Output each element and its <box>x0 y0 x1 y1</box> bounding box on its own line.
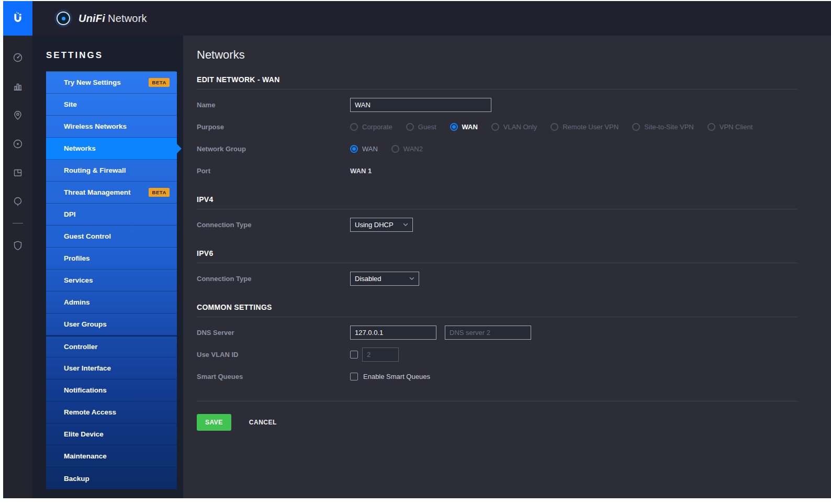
sidebar-item-label: User Groups <box>64 320 107 328</box>
purpose-radio-group: Corporate Guest WAN VLAN Only <box>350 123 753 131</box>
device-led-dot <box>62 17 65 20</box>
port-row: Port WAN 1 <box>197 160 798 182</box>
map-pin-icon <box>12 109 24 121</box>
devices-icon <box>12 138 24 150</box>
sidebar-item-services[interactable]: Services <box>46 270 177 292</box>
ubiquiti-logo-button[interactable] <box>3 1 32 36</box>
shield-icon <box>12 240 24 251</box>
sidebar-item-try-new-settings[interactable]: Try New Settings BETA <box>46 72 177 94</box>
nav-clients[interactable] <box>3 158 32 187</box>
field-label: Connection Type <box>197 221 350 229</box>
radio-wan[interactable]: WAN <box>450 123 478 131</box>
purpose-row: Purpose Corporate Guest WAN <box>197 116 798 138</box>
radio-remote-user-vpn[interactable]: Remote User VPN <box>551 123 619 131</box>
settings-heading: SETTINGS <box>46 36 176 72</box>
nav-security[interactable] <box>3 231 32 260</box>
sidebar-item-threat-management[interactable]: Threat Management BETA <box>46 182 177 204</box>
vlan-id-row: Use VLAN ID <box>197 343 798 365</box>
common-settings-section-title: COMMON SETTINGS <box>197 303 798 317</box>
radio-site-to-site-vpn[interactable]: Site-to-Site VPN <box>632 123 694 131</box>
sidebar-item-routing-firewall[interactable]: Routing & Firewall <box>46 160 177 182</box>
vlan-id-input[interactable] <box>362 348 399 362</box>
nav-devices[interactable] <box>3 129 32 158</box>
sidebar-item-elite-device[interactable]: Elite Device <box>46 423 177 445</box>
field-label: Connection Type <box>197 275 350 283</box>
radio-vpn-client[interactable]: VPN Client <box>708 123 753 131</box>
nav-map[interactable] <box>3 100 32 129</box>
radio-icon <box>406 123 414 131</box>
ipv4-section-title: IPV4 <box>197 195 798 209</box>
sidebar-item-admins[interactable]: Admins <box>46 292 177 313</box>
chevron-down-icon <box>409 277 414 281</box>
sidebar-item-label: Networks <box>64 144 96 152</box>
radio-guest[interactable]: Guest <box>406 123 436 131</box>
nav-insights[interactable] <box>3 187 32 216</box>
vlan-checkbox[interactable] <box>350 351 358 359</box>
unifi-device-icon <box>57 12 70 25</box>
port-value: WAN 1 <box>350 167 372 175</box>
sidebar-item-maintenance[interactable]: Maintenance <box>46 445 177 467</box>
sidebar-item-site[interactable]: Site <box>46 94 177 116</box>
form-actions: SAVE CANCEL <box>197 414 798 431</box>
smart-queues-checkbox[interactable] <box>350 373 358 380</box>
sidebar-item-notifications[interactable]: Notifications <box>46 379 177 401</box>
network-group-radio-group: WAN WAN2 <box>350 145 423 153</box>
nav-dashboard[interactable] <box>3 43 32 72</box>
network-name-input[interactable] <box>350 98 491 112</box>
cancel-button[interactable]: CANCEL <box>246 418 280 427</box>
radio-icon <box>708 123 715 131</box>
ipv6-connection-type-select[interactable]: Disabled <box>350 272 419 286</box>
sidebar-item-profiles[interactable]: Profiles <box>46 248 177 270</box>
select-value: Disabled <box>355 275 381 283</box>
sidebar-item-label: Notifications <box>64 386 107 394</box>
radio-vlan-only[interactable]: VLAN Only <box>491 123 537 131</box>
network-group-row: Network Group WAN WAN2 <box>197 138 798 160</box>
bar-chart-icon <box>12 81 24 92</box>
chevron-down-icon <box>403 223 408 227</box>
nav-statistics[interactable] <box>3 72 32 100</box>
dns-server-2-input[interactable] <box>445 326 531 340</box>
smart-queues-row: Smart Queues Enable Smart Queues <box>197 365 798 387</box>
radio-label: Guest <box>418 123 436 131</box>
radio-corporate[interactable]: Corporate <box>350 123 392 131</box>
sidebar-item-user-groups[interactable]: User Groups <box>46 313 177 335</box>
save-button[interactable]: SAVE <box>197 414 231 431</box>
radio-icon <box>632 123 640 131</box>
sidebar-item-label: DPI <box>64 210 76 218</box>
radio-network-group-wan2[interactable]: WAN2 <box>391 145 423 153</box>
icon-rail <box>3 36 32 498</box>
radio-label: WAN2 <box>403 145 423 153</box>
page-title: Networks <box>197 48 798 62</box>
dns-server-input[interactable] <box>350 326 436 340</box>
field-label: Purpose <box>197 123 350 131</box>
radio-network-group-wan[interactable]: WAN <box>350 145 378 153</box>
radio-icon <box>450 123 458 131</box>
sidebar-item-controller[interactable]: Controller <box>46 335 177 357</box>
sidebar-item-label: Remote Access <box>64 408 116 416</box>
beta-badge: BETA <box>149 188 170 197</box>
brand-product: Network <box>108 13 147 24</box>
unifi-app-window: UniFiNetwork <box>3 1 831 498</box>
rail-divider <box>13 223 23 223</box>
sidebar-item-guest-control[interactable]: Guest Control <box>46 226 177 248</box>
sidebar-item-dpi[interactable]: DPI <box>46 204 177 226</box>
radio-icon <box>491 123 499 131</box>
radio-label: Corporate <box>362 123 392 131</box>
actions-divider <box>197 401 798 401</box>
radio-label: Remote User VPN <box>563 123 619 131</box>
sidebar-item-label: Guest Control <box>64 232 111 240</box>
sidebar-item-backup[interactable]: Backup <box>46 467 177 489</box>
radio-icon <box>551 123 558 131</box>
gauge-icon <box>12 52 24 63</box>
sidebar-item-label: Profiles <box>64 254 90 262</box>
ipv4-connection-type-select[interactable]: Using DHCP <box>350 218 413 232</box>
floorplan-icon <box>12 167 24 178</box>
sidebar-item-remote-access[interactable]: Remote Access <box>46 401 177 423</box>
field-label: Name <box>197 101 350 109</box>
sidebar-item-user-interface[interactable]: User Interface <box>46 357 177 379</box>
brand-name: UniFi <box>78 13 105 24</box>
sidebar-item-wireless-networks[interactable]: Wireless Networks <box>46 116 177 138</box>
ipv4-connection-type-row: Connection Type Using DHCP <box>197 214 798 236</box>
sidebar-item-label: Try New Settings <box>64 79 121 86</box>
sidebar-item-networks[interactable]: Networks <box>46 138 177 160</box>
